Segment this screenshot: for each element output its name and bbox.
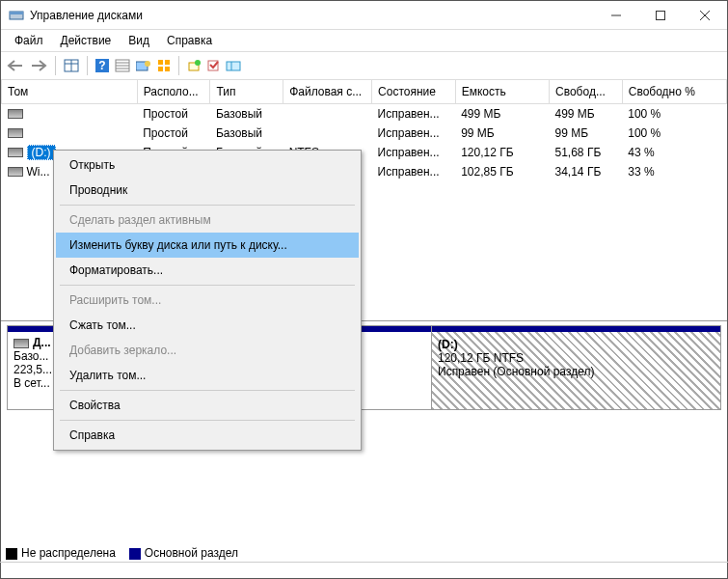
separator [60, 205, 355, 206]
maximize-button[interactable] [638, 1, 683, 30]
action2-icon[interactable] [206, 59, 220, 72]
menu-file[interactable]: Файл [7, 32, 51, 49]
statusbar [0, 562, 728, 579]
minimize-button[interactable] [594, 1, 638, 30]
legend-primary-icon [129, 548, 141, 560]
partition[interactable]: (D:)120,12 ГБ NTFSИсправен (Основной раз… [432, 326, 720, 409]
disk-icon [13, 339, 29, 348]
table-icon[interactable] [64, 59, 79, 72]
separator [178, 56, 179, 75]
ctx-change-drive-letter[interactable]: Изменить букву диска или путь к диску... [56, 233, 359, 258]
svg-rect-3 [657, 11, 665, 19]
ctx-properties[interactable]: Свойства [56, 393, 359, 418]
context-menu: Открыть Проводник Сделать раздел активны… [53, 150, 362, 451]
ctx-add-mirror: Добавить зеркало... [56, 338, 359, 363]
svg-rect-1 [10, 12, 23, 14]
close-button[interactable] [683, 1, 727, 30]
ctx-mark-active: Сделать раздел активным [56, 207, 359, 233]
ctx-delete[interactable]: Удалить том... [56, 363, 359, 388]
menu-view[interactable]: Вид [121, 32, 157, 49]
separator [87, 56, 88, 75]
legend-unallocated-icon [6, 548, 17, 560]
svg-rect-20 [165, 67, 170, 71]
col-freepct[interactable]: Свободно % [622, 80, 726, 103]
grid-icon[interactable] [157, 59, 171, 72]
separator [60, 390, 355, 391]
col-free[interactable]: Свобод... [550, 80, 623, 103]
ctx-open[interactable]: Открыть [56, 152, 359, 178]
svg-point-22 [195, 60, 201, 66]
action1-icon[interactable] [187, 59, 201, 72]
svg-rect-18 [165, 60, 170, 65]
svg-text:?: ? [98, 59, 105, 72]
window-title: Управление дисками [30, 9, 594, 22]
ctx-extend: Расширить том... [56, 288, 359, 313]
settings-icon[interactable] [136, 59, 151, 72]
help-icon[interactable]: ? [95, 59, 109, 72]
separator [55, 56, 56, 75]
svg-rect-24 [227, 62, 240, 70]
col-fs[interactable]: Файловая с... [283, 80, 372, 103]
col-type[interactable]: Тип [210, 80, 283, 103]
titlebar: Управление дисками [1, 1, 727, 30]
svg-point-16 [145, 61, 150, 67]
col-status[interactable]: Состояние [372, 80, 456, 103]
legend: Не распределена Основной раздел [6, 546, 238, 560]
menu-action[interactable]: Действие [53, 32, 120, 49]
table-row[interactable]: ПростойБазовыйИсправен...99 МБ99 МБ100 % [2, 124, 727, 143]
list-icon[interactable] [115, 59, 130, 72]
ctx-explorer[interactable]: Проводник [56, 178, 359, 203]
table-row[interactable]: ПростойБазовыйИсправен...499 МБ499 МБ100… [2, 103, 727, 124]
action3-icon[interactable] [226, 59, 241, 72]
toolbar: ? [1, 51, 727, 80]
back-icon[interactable] [7, 59, 24, 72]
separator [60, 285, 355, 286]
menubar: Файл Действие Вид Справка [1, 30, 727, 51]
ctx-shrink[interactable]: Сжать том... [56, 313, 359, 338]
svg-rect-17 [158, 60, 163, 65]
col-volume[interactable]: Том [2, 80, 138, 103]
menu-help[interactable]: Справка [159, 32, 220, 49]
app-icon [9, 8, 24, 23]
col-capacity[interactable]: Емкость [455, 80, 549, 103]
col-layout[interactable]: Располо... [137, 80, 210, 103]
forward-icon[interactable] [30, 59, 47, 72]
ctx-format[interactable]: Форматировать... [56, 258, 359, 283]
separator [60, 420, 355, 421]
svg-rect-19 [158, 67, 163, 71]
ctx-help[interactable]: Справка [56, 423, 359, 448]
